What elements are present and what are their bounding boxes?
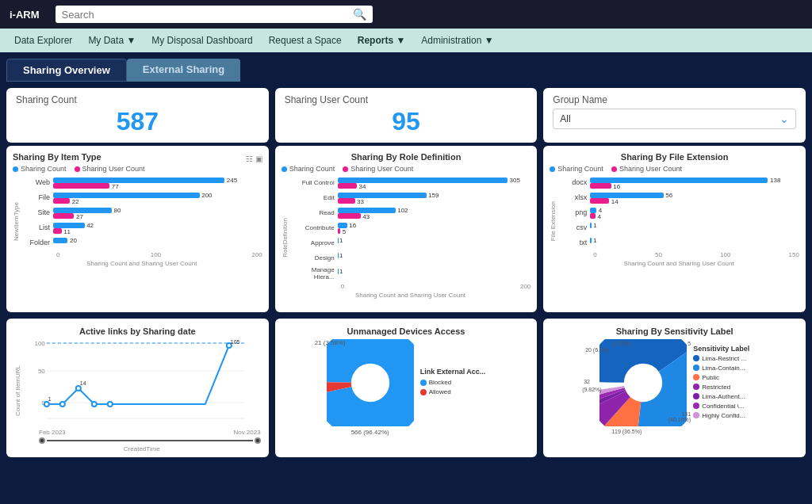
- nav-reports[interactable]: Reports ▼: [350, 32, 414, 49]
- chart-unmanaged-devices: Unmanaged Devices Access 566 (96.42%) 21…: [275, 319, 538, 457]
- bar-txt: txt 1: [558, 236, 799, 249]
- top-metric-cards: Sharing Count 587 Sharing User Count 95 …: [6, 88, 806, 139]
- tab-external-sharing[interactable]: External Sharing: [127, 59, 240, 82]
- chart-active-links: Active links by Sharing date Count of It…: [6, 319, 269, 457]
- nav-data-explorer[interactable]: Data Explorer: [6, 32, 80, 49]
- chevron-down-icon: ⌄: [779, 113, 789, 125]
- svg-point-8: [44, 402, 49, 407]
- line-chart-svg: 100 50 0: [23, 339, 261, 426]
- svg-point-18: [331, 344, 408, 421]
- group-name-select[interactable]: All ⌄: [553, 109, 796, 129]
- bar-manage-hiera: Manage Hiera... 1: [290, 266, 531, 281]
- search-input[interactable]: [62, 9, 353, 21]
- bar-design: Design 1: [290, 251, 531, 264]
- file-ext-legend: Sharing Count Sharing User Count: [550, 165, 799, 173]
- nav-request-space[interactable]: Request a Space: [261, 32, 350, 49]
- nav-my-data[interactable]: My Data ▼: [80, 32, 144, 49]
- chart-by-role: Sharing By Role Definition Sharing Count…: [275, 146, 538, 312]
- search-box[interactable]: 🔍: [56, 6, 373, 23]
- app-title: i-ARM: [10, 9, 40, 21]
- chart-by-item-type: Sharing By Item Type ☷ ▣ Sharing Count S…: [6, 146, 269, 312]
- group-name-label: Group Name: [553, 94, 796, 105]
- bar-docx: docx 138 16: [558, 176, 799, 189]
- bar-list: List 42 11: [21, 221, 262, 234]
- svg-point-11: [92, 402, 97, 407]
- bar-full-control: Full Control 305 34: [290, 176, 531, 189]
- middle-charts: Sharing By Item Type ☷ ▣ Sharing Count S…: [6, 146, 806, 312]
- allowed-label: 21 (3.58%): [315, 339, 346, 346]
- tab-sharing-overview[interactable]: Sharing Overview: [6, 59, 127, 82]
- item-type-chart: NewItemType Web 245 77 File: [13, 176, 262, 267]
- filter-icon[interactable]: ☷ ▣: [246, 155, 262, 163]
- role-legend: Sharing Count Sharing User Count: [282, 165, 531, 173]
- topbar: i-ARM 🔍: [0, 0, 812, 29]
- svg-point-12: [108, 402, 113, 407]
- slider-handle-left[interactable]: [39, 437, 45, 444]
- bar-xlsx: xlsx 56 14: [558, 191, 799, 204]
- nav-my-disposal[interactable]: My Disposal Dashboard: [144, 32, 260, 49]
- navbar: Data Explorer My Data ▼ My Disposal Dash…: [0, 29, 812, 52]
- sensitivity-pie: 5 20 (6.1%) 32 (9.82%) (1.53%) 131(40.18…: [551, 339, 798, 426]
- svg-text:100: 100: [34, 340, 45, 347]
- sharing-user-count-label: Sharing User Count: [285, 94, 528, 105]
- svg-text:50: 50: [38, 368, 45, 375]
- bar-edit: Edit 159 33: [290, 191, 531, 204]
- svg-text:1: 1: [48, 396, 52, 402]
- sharing-count-card: Sharing Count 587: [6, 88, 269, 143]
- svg-point-9: [60, 402, 65, 407]
- search-icon: 🔍: [353, 8, 366, 21]
- chart-sensitivity-label: Sharing By Sensitivity Label: [543, 319, 806, 457]
- bar-csv: csv 1: [558, 221, 799, 234]
- sharing-count-label: Sharing Count: [16, 94, 259, 105]
- unmanaged-legend: Link External Acc... Blocked Allowed: [420, 368, 486, 398]
- bar-approve: Approve 1: [290, 236, 531, 249]
- sharing-count-value: 587: [16, 107, 259, 136]
- nav-administration[interactable]: Administration ▼: [413, 32, 501, 49]
- svg-point-10: [76, 386, 81, 391]
- svg-point-25: [605, 344, 682, 421]
- bar-site: Site 80 27: [21, 206, 262, 219]
- file-ext-chart: File Extension docx 138 16 xlsx: [550, 176, 799, 267]
- bar-file: File 200 22: [21, 191, 262, 204]
- bar-read: Read 102 43: [290, 206, 531, 219]
- tabs: Sharing Overview External Sharing: [6, 59, 806, 82]
- group-name-value: All: [560, 113, 570, 124]
- item-type-legend: Sharing Count Sharing User Count: [13, 165, 262, 173]
- unmanaged-pie-svg: [327, 339, 414, 426]
- bar-folder: Folder 20: [21, 236, 262, 249]
- slider-handle-right[interactable]: [255, 437, 261, 444]
- svg-text:105: 105: [231, 339, 240, 345]
- group-name-card: Group Name All ⌄: [543, 88, 806, 143]
- svg-text:14: 14: [80, 380, 86, 386]
- bottom-charts: Active links by Sharing date Count of It…: [6, 319, 806, 457]
- blocked-label: 566 (96.42%): [351, 429, 389, 436]
- bar-contribute: Contribute 16 5: [290, 221, 531, 234]
- bar-png: png 4 4: [558, 206, 799, 219]
- unmanaged-pie: 566 (96.42%) 21 (3.58%) Link External Ac…: [283, 339, 530, 426]
- sharing-user-count-card: Sharing User Count 95: [275, 88, 538, 143]
- role-chart: RoleDefinition Full Control 305 34 Edit: [282, 176, 531, 299]
- sensitivity-legend: Sensitivity Label Lima-Restrict ... Lima…: [693, 345, 749, 422]
- bar-web: Web 245 77: [21, 176, 262, 189]
- sharing-user-count-value: 95: [285, 107, 528, 136]
- dashboard: Sharing Overview External Sharing Sharin…: [0, 52, 812, 504]
- chart-by-file-ext: Sharing By File Extension Sharing Count …: [543, 146, 806, 312]
